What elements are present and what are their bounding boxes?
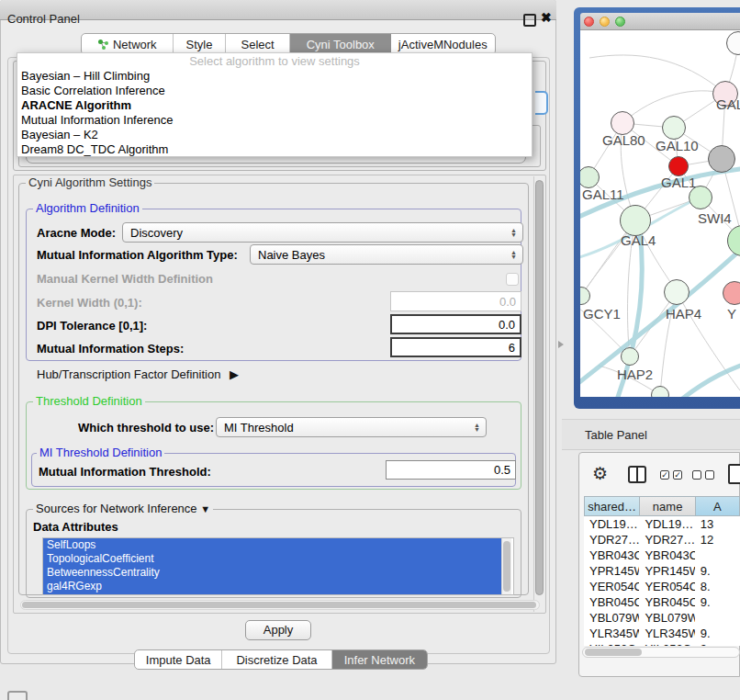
dpi-tolerance-field[interactable] bbox=[390, 314, 521, 334]
table-hscrollbar-thumb[interactable] bbox=[585, 649, 642, 656]
table-cell: YPR145W bbox=[639, 563, 694, 579]
network-canvas[interactable]: GALGAL80GAL10GAL1GAL11SWI4GAL4GCY1HAP4YH… bbox=[580, 30, 740, 397]
attributes-vscrollbar-thumb[interactable] bbox=[503, 541, 510, 592]
network-icon bbox=[97, 39, 109, 51]
tab-label: Style bbox=[185, 38, 212, 51]
node-gal4[interactable] bbox=[620, 205, 651, 236]
kernel-width-label: Kernel Width (0,1): bbox=[37, 296, 142, 310]
table-row[interactable]: YDR27…YDR27…12 bbox=[584, 532, 740, 548]
algorithm-dropdown-list: Select algorithm to view settings Bayesi… bbox=[17, 52, 533, 157]
combo-arrows-icon: ▲▼ bbox=[510, 228, 517, 237]
algorithm-option-dream8-dc-tdc-algorithm[interactable]: Dream8 DC_TDC Algorithm bbox=[17, 142, 532, 157]
unchecked-pair-icon[interactable] bbox=[692, 470, 714, 480]
table-cell: YIL052C bbox=[639, 641, 694, 646]
table-cell: YPR145W bbox=[584, 563, 639, 579]
table-cell: 8. bbox=[695, 579, 740, 594]
cyni-algorithm-settings-title: Cyni Algorithm Settings bbox=[26, 176, 154, 189]
mi-steps-field[interactable] bbox=[390, 337, 521, 357]
apply-button[interactable]: Apply bbox=[245, 620, 311, 640]
node-label-gal10: GAL10 bbox=[656, 138, 699, 153]
node-label-gal80: GAL80 bbox=[602, 132, 645, 148]
table-body: YDL19…YDL19…13YDR27…YDR27…12YBR043CYBR04… bbox=[584, 516, 740, 646]
algorithm-option-aracne-algorithm[interactable]: ARACNE Algorithm bbox=[17, 98, 532, 113]
kernel-width-field[interactable] bbox=[390, 291, 521, 311]
table-row[interactable]: YBR043CYBR043C bbox=[584, 548, 740, 563]
node-label-gcy1: GCY1 bbox=[583, 306, 621, 322]
mi-threshold-field[interactable] bbox=[386, 460, 516, 480]
settings-vscrollbar-thumb[interactable] bbox=[535, 180, 544, 595]
tab-select[interactable]: Select bbox=[226, 34, 290, 54]
table-header: shared…nameA bbox=[584, 496, 740, 516]
column-header-name[interactable]: name bbox=[639, 496, 694, 516]
table-row[interactable]: YLR345WYLR345W9. bbox=[584, 626, 740, 641]
bottom-tab-impute-data[interactable]: Impute Data bbox=[135, 650, 222, 669]
aracne-mode-value: Discovery bbox=[130, 226, 183, 240]
node-label-gal11: GAL11 bbox=[582, 186, 624, 202]
splitter-handle-icon[interactable] bbox=[558, 341, 564, 348]
mi-algorithm-type-combo[interactable]: Naive Bayes ▲▼ bbox=[250, 244, 523, 265]
close-icon[interactable]: ✖ bbox=[541, 10, 552, 25]
tab-style[interactable]: Style bbox=[174, 34, 227, 54]
occluded-focused-combo[interactable] bbox=[535, 91, 548, 115]
node-gal10[interactable] bbox=[662, 116, 686, 140]
partial-corner-button[interactable] bbox=[7, 691, 28, 700]
table-row[interactable]: YIL052CYIL052C9 bbox=[584, 641, 740, 646]
table-cell: YIL052C bbox=[584, 641, 639, 646]
sources-title-text: Sources for Network Inference bbox=[36, 502, 197, 515]
table-row[interactable]: YDL19…YDL19…13 bbox=[584, 516, 740, 532]
table-row[interactable]: YPR145WYPR145W9. bbox=[584, 563, 740, 579]
attribute-item-betweennesscentrality[interactable]: BetweennessCentrality bbox=[43, 566, 502, 580]
manual-kernel-checkbox[interactable] bbox=[506, 273, 519, 286]
bottom-tab-discretize-data[interactable]: Discretize Data bbox=[222, 650, 331, 669]
node-hap4[interactable] bbox=[664, 279, 690, 305]
table-row[interactable]: YER054CYER054C8. bbox=[584, 579, 740, 594]
table-cell: YLR345W bbox=[639, 626, 694, 641]
aracne-mode-label: Aracne Mode: bbox=[37, 226, 116, 240]
document-icon[interactable] bbox=[728, 464, 740, 484]
tab-cyni-toolbox[interactable]: Cyni Toolbox bbox=[290, 34, 391, 54]
node-red-node[interactable] bbox=[668, 156, 689, 176]
node-hap2[interactable] bbox=[621, 347, 639, 366]
minimize-traffic-light[interactable] bbox=[600, 17, 610, 27]
tab-jactivemnodules[interactable]: jActiveMNodules bbox=[391, 34, 496, 54]
checked-pair-icon[interactable]: ✓ ✓ bbox=[660, 470, 682, 480]
mi-threshold-group-title: MI Threshold Definition bbox=[37, 446, 164, 459]
which-threshold-combo[interactable]: MI Threshold ▲▼ bbox=[216, 417, 487, 437]
gear-icon[interactable]: ⚙ bbox=[592, 464, 608, 484]
table-row[interactable]: YBL079WYBL079W bbox=[584, 610, 740, 626]
screen: Control Panel ✖ NetworkStyleSelectCyni T… bbox=[0, 0, 740, 700]
table-cell: 9 bbox=[695, 641, 740, 646]
collapse-down-icon: ▼ bbox=[200, 503, 210, 514]
settings-hscrollbar-thumb[interactable] bbox=[22, 602, 536, 608]
dropdown-placeholder: Select algorithm to view settings bbox=[17, 53, 532, 69]
table-row[interactable]: YBR045CYBR045C9. bbox=[584, 594, 740, 610]
algorithm-option-bayesian-k2[interactable]: Bayesian – K2 bbox=[17, 128, 532, 142]
split-column-icon[interactable] bbox=[628, 466, 646, 483]
attribute-item-topologicalcoefficient[interactable]: TopologicalCoefficient bbox=[43, 552, 502, 566]
table-cell: 13 bbox=[695, 516, 740, 532]
algorithm-option-bayesian-hill-climbing[interactable]: Bayesian – Hill Climbing bbox=[17, 69, 532, 84]
tab-network[interactable]: Network bbox=[82, 34, 174, 54]
column-header-shared[interactable]: shared… bbox=[584, 496, 639, 516]
attribute-item-selfloops[interactable]: SelfLoops bbox=[43, 538, 502, 552]
hub-definition-toggle[interactable]: Hub/Transcription Factor Definition ▶ bbox=[37, 367, 239, 381]
table-cell: YER054C bbox=[584, 579, 639, 594]
sources-group-title[interactable]: Sources for Network Inference ▼ bbox=[33, 502, 213, 515]
attribute-item-gal4rgexp[interactable]: gal4RGexp bbox=[43, 580, 502, 593]
table-panel-title: Table Panel bbox=[585, 428, 647, 442]
aracne-mode-combo[interactable]: Discovery ▲▼ bbox=[122, 222, 523, 243]
float-window-icon[interactable] bbox=[523, 14, 536, 27]
node-salmon-node[interactable] bbox=[723, 281, 740, 305]
algorithm-option-mutual-information-inference[interactable]: Mutual Information Inference bbox=[17, 113, 532, 128]
algorithm-option-basic-correlation-inference[interactable]: Basic Correlation Inference bbox=[17, 84, 532, 98]
column-header-a[interactable]: A bbox=[695, 496, 740, 516]
table-cell bbox=[695, 548, 740, 563]
node-label-hap2: HAP2 bbox=[617, 367, 653, 382]
node-gray-node[interactable] bbox=[708, 145, 735, 173]
zoom-traffic-light[interactable] bbox=[615, 17, 625, 27]
table-cell: YDL19… bbox=[584, 516, 639, 532]
bottom-tab-infer-network[interactable]: Infer Network bbox=[332, 650, 427, 669]
close-traffic-light[interactable] bbox=[584, 17, 594, 27]
checked-box-icon: ✓ bbox=[660, 470, 669, 480]
combo-arrows-icon: ▲▼ bbox=[510, 250, 517, 259]
